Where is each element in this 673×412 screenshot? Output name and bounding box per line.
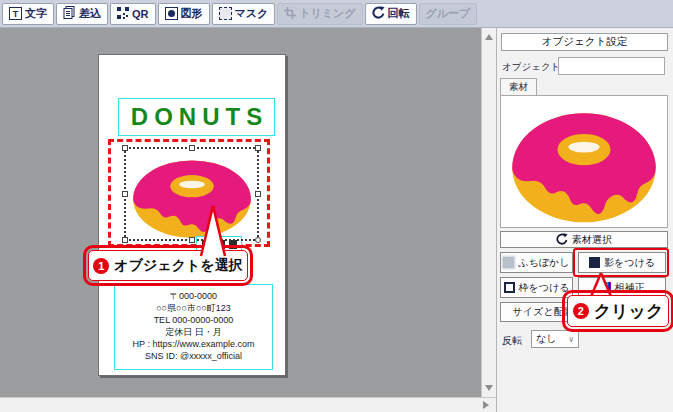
app-window: T 文字 差込 QR 図形 マスク トリミング 回転 グループ: [0, 0, 673, 412]
selection-handle[interactable]: [122, 145, 128, 151]
flip-value: なし: [536, 332, 556, 346]
selection-handle[interactable]: [255, 145, 261, 151]
flip-label: 反転: [502, 334, 522, 348]
text-icon: T: [9, 7, 22, 20]
rotate-handle[interactable]: [255, 237, 261, 243]
card-document[interactable]: DONUTS: [98, 54, 286, 376]
crop-tool-button: トリミング: [277, 3, 362, 25]
qr-tool-label: QR: [132, 8, 149, 20]
rotate-tool-button[interactable]: 回転: [365, 3, 417, 25]
step-2-badge: 2: [573, 303, 589, 319]
callout-select-label: オブジェクトを選択: [114, 257, 242, 275]
selection-handle[interactable]: [189, 145, 195, 151]
panel-title: オブジェクト設定: [501, 33, 668, 51]
object-name-input[interactable]: [558, 57, 665, 75]
chevron-down-icon: ∨: [568, 335, 574, 344]
canvas-area[interactable]: DONUTS: [0, 28, 481, 397]
rotate-tool-label: 回転: [388, 6, 410, 21]
size-position-label: サイズと配置: [513, 305, 574, 319]
material-select-button[interactable]: 素材選択: [500, 231, 668, 248]
add-border-label: 枠をつける: [519, 281, 570, 295]
refresh-icon: [556, 233, 568, 247]
hue-correction-label: 相補正: [615, 281, 645, 295]
scroll-right-icon[interactable]: [483, 401, 489, 409]
tab-material[interactable]: 素材: [500, 78, 537, 96]
callout-click: 2 クリック: [567, 295, 669, 327]
shape-tool-button[interactable]: 図形: [158, 3, 210, 25]
flip-dropdown[interactable]: なし ∨: [531, 330, 579, 348]
material-preview: [500, 95, 668, 228]
merge-tool-button[interactable]: 差込: [56, 3, 108, 25]
selection-handle[interactable]: [189, 237, 195, 243]
selection-handle[interactable]: [122, 237, 128, 243]
text-tool-label: 文字: [25, 6, 47, 21]
address-line: 〒000-0000: [115, 290, 272, 302]
material-select-label: 素材選択: [572, 233, 612, 247]
shape-tool-label: 図形: [181, 6, 203, 21]
group-tool-label: グループ: [426, 6, 471, 21]
group-tool-button: グループ: [419, 3, 478, 25]
qr-tool-button[interactable]: QR: [110, 3, 156, 25]
scroll-up-icon[interactable]: [485, 34, 493, 40]
selection-handle[interactable]: [122, 191, 128, 197]
callout-pointer: [199, 204, 227, 258]
title-text-frame[interactable]: DONUTS: [118, 98, 275, 136]
blur-square-icon: [503, 257, 514, 268]
address-text-frame[interactable]: 〒000-0000 ○○県○○市○○町123 TEL 000-0000-0000…: [114, 284, 273, 370]
scroll-down-icon[interactable]: [485, 385, 493, 391]
material-preview-image: [506, 100, 662, 224]
merge-tool-label: 差込: [79, 6, 101, 21]
card-title: DONUTS: [125, 103, 268, 131]
object-settings-panel: オブジェクト設定 オブジェクト名 素材 素材選択 ふちぼかし 影をつける: [496, 28, 673, 412]
rotate-icon: [372, 6, 385, 21]
horizontal-scrollbar[interactable]: [0, 397, 496, 412]
address-line: ○○県○○市○○町123: [115, 302, 272, 314]
selection-bounds[interactable]: [124, 147, 259, 241]
callout-click-label: クリック: [594, 300, 664, 323]
merge-icon: [63, 6, 76, 21]
border-square-icon: [504, 282, 515, 293]
address-line: 定休日 日・月: [115, 326, 272, 338]
mask-tool-button[interactable]: マスク: [212, 3, 276, 25]
shadow-button-highlight: [573, 248, 669, 277]
crop-icon: [284, 7, 296, 21]
vertical-scrollbar[interactable]: [481, 28, 496, 397]
edge-blur-label: ふちぼかし: [518, 256, 569, 270]
qr-icon: [117, 7, 129, 21]
address-line: SNS ID: @xxxxx_official: [115, 350, 272, 362]
address-line: TEL 000-0000-0000: [115, 314, 272, 326]
edge-blur-button[interactable]: ふちぼかし: [500, 252, 573, 273]
add-border-button[interactable]: 枠をつける: [500, 277, 573, 298]
mask-icon: [219, 7, 232, 20]
mask-tool-label: マスク: [235, 6, 269, 21]
address-line: HP : https://www.example.com: [115, 338, 272, 350]
selection-handle[interactable]: [255, 191, 261, 197]
shape-icon: [165, 7, 178, 20]
crop-tool-label: トリミング: [299, 6, 355, 21]
toolbar: T 文字 差込 QR 図形 マスク トリミング 回転 グループ: [0, 0, 673, 28]
text-tool-button[interactable]: T 文字: [2, 3, 54, 25]
step-1-badge: 1: [93, 258, 109, 274]
